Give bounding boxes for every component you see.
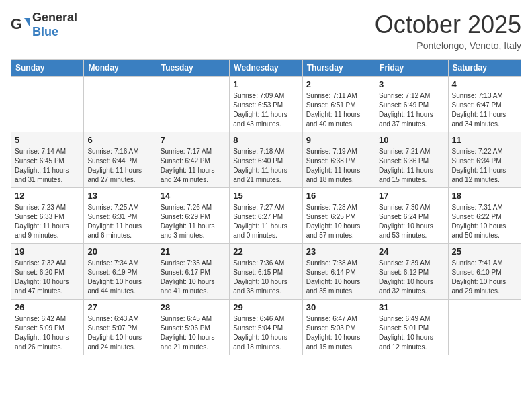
day-info: Sunrise: 7:13 AM Sunset: 6:47 PM Dayligh… bbox=[452, 91, 517, 129]
calendar-cell: 20Sunrise: 7:34 AM Sunset: 6:19 PM Dayli… bbox=[84, 244, 157, 300]
day-info: Sunrise: 7:31 AM Sunset: 6:22 PM Dayligh… bbox=[452, 203, 517, 240]
day-info: Sunrise: 7:22 AM Sunset: 6:34 PM Dayligh… bbox=[452, 147, 517, 185]
day-number: 29 bbox=[233, 302, 298, 312]
logo: G General Blue bbox=[11, 11, 77, 39]
logo-blue: Blue bbox=[32, 25, 58, 38]
day-info: Sunrise: 6:46 AM Sunset: 5:04 PM Dayligh… bbox=[233, 314, 298, 352]
day-info: Sunrise: 6:42 AM Sunset: 5:09 PM Dayligh… bbox=[15, 314, 80, 352]
day-info: Sunrise: 7:18 AM Sunset: 6:40 PM Dayligh… bbox=[233, 147, 298, 185]
calendar-cell bbox=[11, 77, 84, 132]
day-number: 22 bbox=[233, 246, 298, 257]
day-info: Sunrise: 6:45 AM Sunset: 5:06 PM Dayligh… bbox=[161, 314, 226, 352]
calendar-cell: 26Sunrise: 6:42 AM Sunset: 5:09 PM Dayli… bbox=[11, 300, 84, 355]
day-info: Sunrise: 7:09 AM Sunset: 6:53 PM Dayligh… bbox=[233, 91, 298, 129]
day-number: 15 bbox=[233, 191, 298, 201]
month-title: October 2025 bbox=[375, 11, 521, 39]
calendar-cell: 16Sunrise: 7:28 AM Sunset: 6:25 PM Dayli… bbox=[302, 188, 375, 244]
subtitle: Pontelongo, Veneto, Italy bbox=[375, 40, 521, 51]
day-number: 11 bbox=[452, 135, 517, 145]
day-number: 2 bbox=[306, 79, 371, 89]
day-number: 16 bbox=[306, 191, 371, 201]
day-info: Sunrise: 7:25 AM Sunset: 6:31 PM Dayligh… bbox=[87, 203, 152, 240]
day-number: 17 bbox=[379, 191, 444, 201]
day-number: 14 bbox=[161, 191, 226, 201]
weekday-header-saturday: Saturday bbox=[448, 60, 521, 77]
day-info: Sunrise: 7:34 AM Sunset: 6:19 PM Dayligh… bbox=[87, 259, 152, 296]
calendar-cell: 22Sunrise: 7:36 AM Sunset: 6:15 PM Dayli… bbox=[230, 244, 302, 300]
weekday-header-monday: Monday bbox=[84, 60, 157, 77]
day-info: Sunrise: 7:19 AM Sunset: 6:38 PM Dayligh… bbox=[306, 147, 371, 185]
day-number: 26 bbox=[15, 302, 80, 312]
title-block: October 2025 Pontelongo, Veneto, Italy bbox=[375, 11, 521, 51]
calendar-cell: 13Sunrise: 7:25 AM Sunset: 6:31 PM Dayli… bbox=[84, 188, 157, 244]
calendar-header-row: SundayMondayTuesdayWednesdayThursdayFrid… bbox=[11, 60, 521, 77]
day-info: Sunrise: 7:26 AM Sunset: 6:29 PM Dayligh… bbox=[161, 203, 226, 240]
day-number: 3 bbox=[379, 79, 444, 89]
day-info: Sunrise: 7:32 AM Sunset: 6:20 PM Dayligh… bbox=[15, 259, 80, 296]
calendar-cell: 3Sunrise: 7:12 AM Sunset: 6:49 PM Daylig… bbox=[375, 77, 448, 132]
calendar-table: SundayMondayTuesdayWednesdayThursdayFrid… bbox=[11, 59, 521, 355]
day-number: 30 bbox=[306, 302, 371, 312]
day-info: Sunrise: 7:16 AM Sunset: 6:44 PM Dayligh… bbox=[87, 147, 152, 185]
calendar-week-3: 12Sunrise: 7:23 AM Sunset: 6:33 PM Dayli… bbox=[11, 188, 521, 244]
calendar-cell bbox=[84, 77, 157, 132]
day-number: 8 bbox=[233, 135, 298, 145]
calendar-cell: 2Sunrise: 7:11 AM Sunset: 6:51 PM Daylig… bbox=[302, 77, 375, 132]
calendar-cell: 4Sunrise: 7:13 AM Sunset: 6:47 PM Daylig… bbox=[448, 77, 521, 132]
calendar-cell: 8Sunrise: 7:18 AM Sunset: 6:40 PM Daylig… bbox=[230, 132, 302, 188]
day-number: 5 bbox=[15, 135, 80, 145]
calendar-cell: 1Sunrise: 7:09 AM Sunset: 6:53 PM Daylig… bbox=[230, 77, 302, 132]
page-header: G General Blue October 2025 Pontelongo, … bbox=[11, 11, 521, 51]
day-info: Sunrise: 7:28 AM Sunset: 6:25 PM Dayligh… bbox=[306, 203, 371, 240]
calendar-cell: 9Sunrise: 7:19 AM Sunset: 6:38 PM Daylig… bbox=[302, 132, 375, 188]
calendar-cell: 25Sunrise: 7:41 AM Sunset: 6:10 PM Dayli… bbox=[448, 244, 521, 300]
day-number: 6 bbox=[87, 135, 152, 145]
calendar-week-1: 1Sunrise: 7:09 AM Sunset: 6:53 PM Daylig… bbox=[11, 77, 521, 132]
weekday-header-sunday: Sunday bbox=[11, 60, 84, 77]
calendar-cell: 6Sunrise: 7:16 AM Sunset: 6:44 PM Daylig… bbox=[84, 132, 157, 188]
day-info: Sunrise: 7:38 AM Sunset: 6:14 PM Dayligh… bbox=[306, 259, 371, 296]
calendar-cell: 24Sunrise: 7:39 AM Sunset: 6:12 PM Dayli… bbox=[375, 244, 448, 300]
day-info: Sunrise: 7:14 AM Sunset: 6:45 PM Dayligh… bbox=[15, 147, 80, 185]
calendar-cell: 23Sunrise: 7:38 AM Sunset: 6:14 PM Dayli… bbox=[302, 244, 375, 300]
calendar-cell: 12Sunrise: 7:23 AM Sunset: 6:33 PM Dayli… bbox=[11, 188, 84, 244]
calendar-cell: 14Sunrise: 7:26 AM Sunset: 6:29 PM Dayli… bbox=[157, 188, 229, 244]
day-number: 21 bbox=[161, 246, 226, 257]
day-number: 20 bbox=[87, 246, 152, 257]
day-info: Sunrise: 7:12 AM Sunset: 6:49 PM Dayligh… bbox=[379, 91, 444, 129]
svg-marker-1 bbox=[24, 18, 30, 26]
day-number: 18 bbox=[452, 191, 517, 201]
calendar-cell: 7Sunrise: 7:17 AM Sunset: 6:42 PM Daylig… bbox=[157, 132, 229, 188]
day-info: Sunrise: 7:36 AM Sunset: 6:15 PM Dayligh… bbox=[233, 259, 298, 296]
day-number: 28 bbox=[161, 302, 226, 312]
logo-icon: G bbox=[11, 15, 30, 34]
day-info: Sunrise: 7:30 AM Sunset: 6:24 PM Dayligh… bbox=[379, 203, 444, 240]
day-info: Sunrise: 7:39 AM Sunset: 6:12 PM Dayligh… bbox=[379, 259, 444, 296]
day-number: 25 bbox=[452, 246, 517, 257]
calendar-week-4: 19Sunrise: 7:32 AM Sunset: 6:20 PM Dayli… bbox=[11, 244, 521, 300]
day-number: 23 bbox=[306, 246, 371, 257]
day-number: 4 bbox=[452, 79, 517, 89]
day-number: 10 bbox=[379, 135, 444, 145]
day-number: 27 bbox=[87, 302, 152, 312]
calendar-cell: 21Sunrise: 7:35 AM Sunset: 6:17 PM Dayli… bbox=[157, 244, 229, 300]
calendar-cell: 17Sunrise: 7:30 AM Sunset: 6:24 PM Dayli… bbox=[375, 188, 448, 244]
day-number: 9 bbox=[306, 135, 371, 145]
calendar-cell: 5Sunrise: 7:14 AM Sunset: 6:45 PM Daylig… bbox=[11, 132, 84, 188]
calendar-cell: 11Sunrise: 7:22 AM Sunset: 6:34 PM Dayli… bbox=[448, 132, 521, 188]
day-info: Sunrise: 7:35 AM Sunset: 6:17 PM Dayligh… bbox=[161, 259, 226, 296]
calendar-cell: 29Sunrise: 6:46 AM Sunset: 5:04 PM Dayli… bbox=[230, 300, 302, 355]
day-info: Sunrise: 6:49 AM Sunset: 5:01 PM Dayligh… bbox=[379, 314, 444, 352]
day-info: Sunrise: 7:27 AM Sunset: 6:27 PM Dayligh… bbox=[233, 203, 298, 240]
calendar-cell: 30Sunrise: 6:47 AM Sunset: 5:03 PM Dayli… bbox=[302, 300, 375, 355]
calendar-cell: 19Sunrise: 7:32 AM Sunset: 6:20 PM Dayli… bbox=[11, 244, 84, 300]
day-info: Sunrise: 7:17 AM Sunset: 6:42 PM Dayligh… bbox=[161, 147, 226, 185]
weekday-header-friday: Friday bbox=[375, 60, 448, 77]
calendar-cell: 28Sunrise: 6:45 AM Sunset: 5:06 PM Dayli… bbox=[157, 300, 229, 355]
day-info: Sunrise: 7:23 AM Sunset: 6:33 PM Dayligh… bbox=[15, 203, 80, 240]
calendar-cell bbox=[448, 300, 521, 355]
calendar-cell: 10Sunrise: 7:21 AM Sunset: 6:36 PM Dayli… bbox=[375, 132, 448, 188]
weekday-header-tuesday: Tuesday bbox=[157, 60, 229, 77]
day-number: 31 bbox=[379, 302, 444, 312]
weekday-header-thursday: Thursday bbox=[302, 60, 375, 77]
